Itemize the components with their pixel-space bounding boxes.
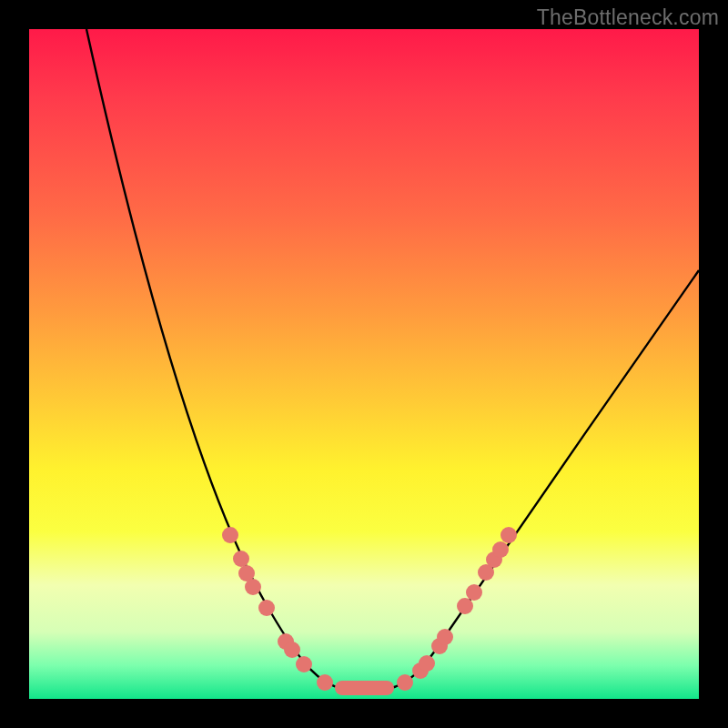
data-dot [437,629,453,645]
curve-left-branch [86,29,343,689]
data-dot [245,579,261,595]
data-dot [296,656,312,672]
data-dot [317,674,333,691]
data-dot [258,600,275,616]
data-dot [233,551,249,567]
data-dot [222,527,238,543]
dots-right-group [397,527,517,691]
curve-flat-band [335,681,394,695]
watermark-text: TheBottleneck.com [537,5,719,30]
curve-svg [29,29,699,699]
plot-area [29,29,699,699]
curve-right-branch [389,270,699,689]
data-dot [419,655,435,672]
data-dot [284,642,300,658]
data-dot [397,674,413,691]
data-dot [466,584,482,601]
data-dot [492,541,509,558]
dots-left-group [222,527,333,691]
data-dot [457,598,473,614]
data-dot [500,527,517,543]
chart-frame: TheBottleneck.com [0,0,728,728]
